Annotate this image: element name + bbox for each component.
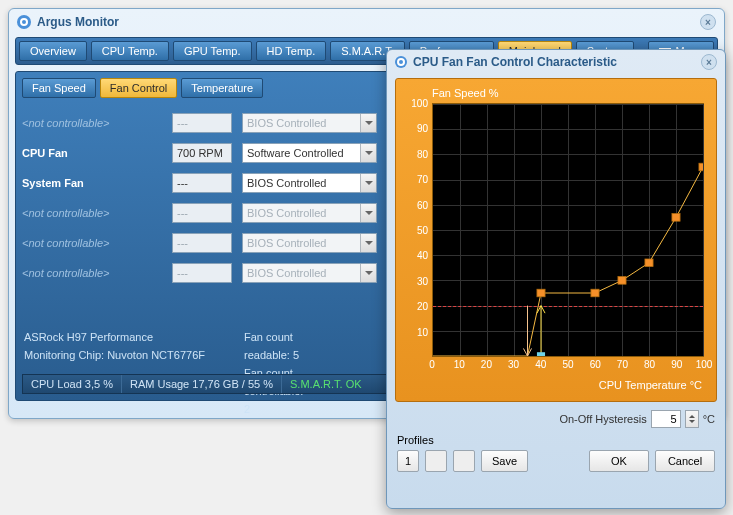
hysteresis-row: On-Off Hysteresis °C (387, 410, 715, 428)
svg-rect-0 (537, 289, 545, 297)
fan-row: System Fan---BIOS Controlled (22, 168, 392, 198)
svg-rect-4 (672, 214, 680, 222)
y-ticks: 102030405060708090100 (404, 103, 430, 357)
fan-rpm: --- (172, 263, 232, 283)
x-ticks: 0102030405060708090100 (432, 359, 704, 373)
profile-3-button[interactable] (453, 450, 475, 472)
fan-mode-select: BIOS Controlled (242, 113, 377, 133)
chart-plot[interactable] (432, 103, 704, 357)
titlebar: Argus Monitor × (9, 9, 724, 35)
tab-gpu-temp-[interactable]: GPU Temp. (173, 41, 252, 61)
save-button[interactable]: Save (481, 450, 528, 472)
hysteresis-label: On-Off Hysteresis (559, 413, 646, 425)
fan-row: <not controllable>---BIOS Controlled (22, 228, 392, 258)
info-block: ASRock H97 Performance Monitoring Chip: … (24, 328, 205, 364)
fan-label: <not controllable> (22, 237, 172, 249)
svg-rect-2 (618, 277, 626, 285)
fan-label: <not controllable> (22, 267, 172, 279)
dialog-title: CPU Fan Fan Control Characteristic (413, 55, 617, 69)
chart-panel: Fan Speed % 102030405060708090100 010203… (395, 78, 717, 402)
fan-row: <not controllable>---BIOS Controlled (22, 258, 392, 288)
chevron-down-icon (360, 114, 376, 132)
app-title: Argus Monitor (37, 15, 119, 29)
status-cpu: CPU Load 3,5 % (23, 375, 122, 393)
ok-button[interactable]: OK (589, 450, 649, 472)
fan-label: System Fan (22, 177, 172, 189)
fan-mode-select: BIOS Controlled (242, 233, 377, 253)
chart-area: 102030405060708090100 010203040506070809… (404, 103, 708, 393)
fan-rpm: 700 RPM (172, 143, 232, 163)
close-icon[interactable]: × (700, 14, 716, 30)
hysteresis-unit: °C (703, 413, 715, 425)
status-ram: RAM Usage 17,76 GB / 55 % (122, 375, 282, 393)
chevron-down-icon (360, 234, 376, 252)
chevron-down-icon (360, 264, 376, 282)
svg-rect-6 (537, 352, 545, 356)
fan-mode-select: BIOS Controlled (242, 203, 377, 223)
fan-rpm: --- (172, 113, 232, 133)
dialog-icon (395, 56, 407, 68)
tab-cpu-temp-[interactable]: CPU Temp. (91, 41, 169, 61)
fan-row: <not controllable>---BIOS Controlled (22, 198, 392, 228)
subtab-fan-speed[interactable]: Fan Speed (22, 78, 96, 98)
board-name: ASRock H97 Performance (24, 328, 205, 346)
fan-readable: Fan count readable: 5 (244, 328, 303, 364)
fan-label: <not controllable> (22, 117, 172, 129)
chevron-down-icon (360, 204, 376, 222)
tab-overview[interactable]: Overview (19, 41, 87, 61)
profiles-label: Profiles (397, 434, 715, 446)
svg-rect-3 (645, 259, 653, 267)
hysteresis-input[interactable] (651, 410, 681, 428)
fan-rpm: --- (172, 173, 232, 193)
fan-mode-select: BIOS Controlled (242, 263, 377, 283)
svg-rect-5 (699, 163, 703, 171)
profile-1-button[interactable]: 1 (397, 450, 419, 472)
fan-grid: <not controllable>---BIOS ControlledCPU … (22, 108, 392, 288)
dialog-close-icon[interactable]: × (701, 54, 717, 70)
cancel-button[interactable]: Cancel (655, 450, 715, 472)
fan-label: <not controllable> (22, 207, 172, 219)
fan-label: CPU Fan (22, 147, 172, 159)
chart-ylabel: Fan Speed % (404, 87, 708, 99)
fan-mode-select[interactable]: BIOS Controlled (242, 173, 377, 193)
chart-xlabel: CPU Temperature °C (599, 379, 702, 391)
hysteresis-spinner[interactable] (685, 410, 699, 428)
subtab-temperature[interactable]: Temperature (181, 78, 263, 98)
app-icon (17, 15, 31, 29)
fan-rpm: --- (172, 233, 232, 253)
dialog-titlebar: CPU Fan Fan Control Characteristic × (387, 50, 725, 74)
fan-rpm: --- (172, 203, 232, 223)
fan-curve-dialog: CPU Fan Fan Control Characteristic × Fan… (386, 49, 726, 509)
fan-mode-select[interactable]: Software Controlled (242, 143, 377, 163)
monitor-chip: Monitoring Chip: Nuvoton NCT6776F (24, 346, 205, 364)
dialog-buttons: 1 Save OK Cancel (397, 450, 715, 472)
tab-hd-temp-[interactable]: HD Temp. (256, 41, 327, 61)
status-smart: S.M.A.R.T. OK (290, 378, 362, 390)
profile-2-button[interactable] (425, 450, 447, 472)
chevron-down-icon (360, 144, 376, 162)
svg-rect-1 (591, 289, 599, 297)
subtab-fan-control[interactable]: Fan Control (100, 78, 177, 98)
fan-row: CPU Fan700 RPMSoftware Controlled (22, 138, 392, 168)
fan-row: <not controllable>---BIOS Controlled (22, 108, 392, 138)
chevron-down-icon (360, 174, 376, 192)
